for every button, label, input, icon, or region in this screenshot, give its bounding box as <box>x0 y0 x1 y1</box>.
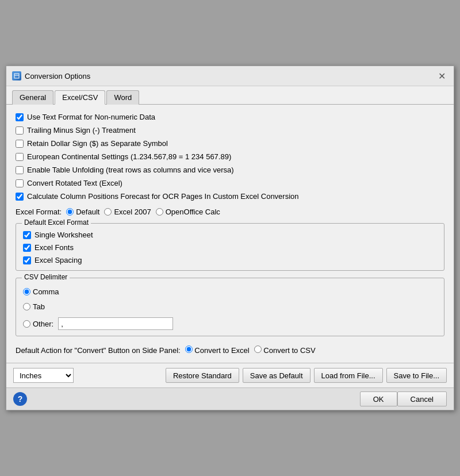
def-checkbox-row-1: Single Worksheet <box>23 231 437 239</box>
da-csv-label[interactable]: Convert to CSV <box>254 346 316 355</box>
content-area: Use Text Format for Non-numeric Data Tra… <box>6 105 454 363</box>
default-excel-format-title: Default Excel Format <box>22 218 91 227</box>
csv-other-input[interactable] <box>58 317 173 330</box>
checkbox-row-4: European Continental Settings (1.234.567… <box>16 152 444 161</box>
default-action-row: Default Action for "Convert" Button on S… <box>16 346 444 355</box>
radio-ef-2007[interactable] <box>104 208 112 216</box>
ok-button[interactable]: OK <box>360 391 397 406</box>
checkbox-use-text-format[interactable] <box>16 113 24 121</box>
title-bar: Conversion Options ✕ <box>6 66 454 86</box>
label-retain-dollar[interactable]: Retain Dollar Sign ($) as Separate Symbo… <box>27 139 168 148</box>
checkbox-row-3: Retain Dollar Sign ($) as Separate Symbo… <box>16 139 444 148</box>
cancel-button[interactable]: Cancel <box>397 391 447 406</box>
ef-oocalc-label[interactable]: OpenOffice Calc <box>156 208 220 216</box>
app-icon <box>12 71 21 80</box>
checkbox-row-6: Convert Rotated Text (Excel) <box>16 179 444 187</box>
excel-format-label: Excel Format: <box>16 208 62 216</box>
checkbox-row-1: Use Text Format for Non-numeric Data <box>16 113 444 121</box>
title-bar-left: Conversion Options <box>12 71 90 80</box>
radio-ef-oocalc[interactable] <box>156 208 163 216</box>
label-excel-spacing[interactable]: Excel Spacing <box>34 256 82 264</box>
tab-bar: General Excel/CSV Word <box>6 86 454 105</box>
help-button[interactable]: ? <box>13 392 27 406</box>
checkbox-row-5: Enable Table Unfolding (treat rows as co… <box>16 166 444 174</box>
label-table-unfolding[interactable]: Enable Table Unfolding (treat rows as co… <box>27 166 234 174</box>
ef-default-label[interactable]: Default <box>66 208 99 216</box>
csv-comma-label[interactable]: Comma <box>23 287 59 296</box>
checkbox-excel-fonts[interactable] <box>23 244 31 252</box>
csv-tab-row: Tab <box>23 302 437 311</box>
checkbox-table-unfolding[interactable] <box>16 166 24 174</box>
csv-delimiter-content: Comma Tab Other: <box>23 285 437 330</box>
radio-da-excel[interactable] <box>185 346 193 353</box>
default-action-label: Default Action for "Convert" Button on S… <box>16 346 181 355</box>
main-window: Conversion Options ✕ General Excel/CSV W… <box>6 66 454 410</box>
checkbox-trailing-minus[interactable] <box>16 126 24 135</box>
label-calc-column[interactable]: Calculate Column Positions Forecast for … <box>27 192 299 201</box>
label-excel-fonts[interactable]: Excel Fonts <box>34 243 74 252</box>
checkbox-calc-column[interactable] <box>16 193 24 201</box>
label-rotated-text[interactable]: Convert Rotated Text (Excel) <box>27 179 122 187</box>
restore-standard-button[interactable]: Restore Standard <box>166 368 239 383</box>
units-select[interactable]: Inches Centimeters Millimeters <box>13 368 74 383</box>
csv-other-label[interactable]: Other: <box>23 320 53 328</box>
csv-other-row: Other: <box>23 317 437 330</box>
label-trailing-minus[interactable]: Trailing Minus Sign (-) Treatment <box>27 126 136 135</box>
ef-2007-label[interactable]: Excel 2007 <box>104 208 151 216</box>
load-from-file-button[interactable]: Load from File... <box>314 368 383 383</box>
default-excel-format-group: Default Excel Format Single Worksheet Ex… <box>16 223 444 271</box>
csv-comma-row: Comma <box>23 287 437 296</box>
checkbox-row-2: Trailing Minus Sign (-) Treatment <box>16 126 444 135</box>
checkbox-european[interactable] <box>16 153 24 161</box>
radio-ef-default[interactable] <box>66 208 74 216</box>
csv-tab-label[interactable]: Tab <box>23 302 45 311</box>
save-as-default-button[interactable]: Save as Default <box>243 368 310 383</box>
tab-excel-csv[interactable]: Excel/CSV <box>55 90 105 105</box>
checkbox-rotated-text[interactable] <box>16 179 24 187</box>
csv-delimiter-group: CSV Delimiter Comma Tab Other: <box>16 278 444 336</box>
excel-format-row: Excel Format: Default Excel 2007 OpenOff… <box>16 208 444 216</box>
tab-word[interactable]: Word <box>106 90 139 105</box>
bottom-buttons: Restore Standard Save as Default Load fr… <box>166 368 447 383</box>
window-title: Conversion Options <box>25 72 90 80</box>
svg-rect-0 <box>14 74 19 78</box>
default-excel-format-content: Single Worksheet Excel Fonts Excel Spaci… <box>23 231 437 264</box>
radio-csv-comma[interactable] <box>23 288 30 295</box>
checkbox-retain-dollar[interactable] <box>16 140 24 148</box>
da-excel-label[interactable]: Convert to Excel <box>185 346 250 355</box>
radio-da-csv[interactable] <box>254 346 262 353</box>
radio-csv-other[interactable] <box>23 320 30 328</box>
csv-delimiter-title: CSV Delimiter <box>22 273 70 281</box>
checkbox-single-worksheet[interactable] <box>23 231 31 239</box>
def-checkbox-row-3: Excel Spacing <box>23 256 437 264</box>
save-to-file-button[interactable]: Save to File... <box>386 368 447 383</box>
tab-general[interactable]: General <box>12 90 53 105</box>
label-use-text-format[interactable]: Use Text Format for Non-numeric Data <box>27 113 155 121</box>
ok-cancel-bar: ? OK Cancel <box>6 387 454 410</box>
radio-csv-tab[interactable] <box>23 303 30 310</box>
label-european[interactable]: European Continental Settings (1.234.567… <box>27 152 231 161</box>
bottom-bar: Inches Centimeters Millimeters Restore S… <box>6 363 454 387</box>
def-checkbox-row-2: Excel Fonts <box>23 243 437 252</box>
close-button[interactable]: ✕ <box>435 70 448 82</box>
label-single-worksheet[interactable]: Single Worksheet <box>34 231 93 239</box>
checkbox-row-7: Calculate Column Positions Forecast for … <box>16 192 444 201</box>
checkbox-excel-spacing[interactable] <box>23 256 31 264</box>
